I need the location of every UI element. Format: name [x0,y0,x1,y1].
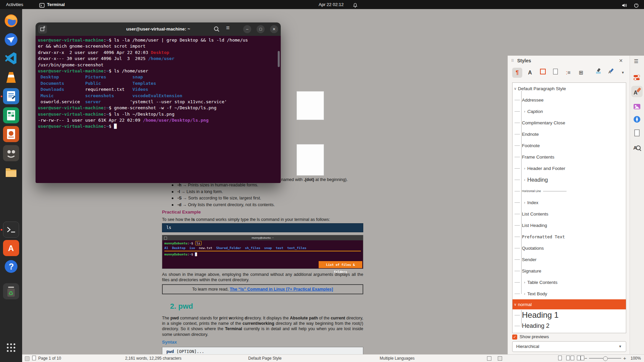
zoom-in-icon[interactable]: + [623,355,626,362]
terminal-scrollbar-thumb[interactable] [278,51,280,67]
close-panel-icon[interactable]: ✕ [619,58,623,63]
styles-list-item[interactable]: ›Text Body [513,288,626,299]
frame-styles-icon[interactable] [538,68,548,78]
zoom-level[interactable]: 100% [631,355,641,362]
terminal-titlebar[interactable]: user@user-virtual-machine: ~ ≡ – ▢ ✕ [36,22,281,36]
styles-list-item[interactable]: Sender [513,254,626,265]
minimize-button[interactable]: – [243,25,251,33]
styles-list-item[interactable]: ›Table Contents [513,277,626,288]
styles-list-item[interactable]: ›Heading [513,174,626,185]
libreoffice-writer-icon[interactable] [3,88,19,104]
close-button[interactable]: ✕ [270,25,278,33]
new-style-icon[interactable]: A [606,68,616,78]
styles-list-item[interactable]: List Contents [513,208,626,220]
zoom-out-icon[interactable]: − [584,355,587,362]
book-view-icon[interactable] [577,355,584,362]
terminal-icon[interactable] [3,222,19,238]
sidebar-settings-icon[interactable]: ☰ [634,58,638,64]
thunderbird-icon[interactable] [3,32,19,48]
language-status[interactable]: Multiple Languages [380,355,415,362]
menu-icon[interactable]: ≡ [226,24,230,32]
save-status-icon[interactable] [25,356,30,361]
libreoffice-calc-icon[interactable] [3,107,19,123]
styles-list-item[interactable]: Signature [513,265,626,277]
search-icon[interactable] [213,26,220,34]
single-page-view-icon[interactable] [558,355,562,362]
styles-list-item[interactable]: Endnote [513,128,626,140]
focused-app-name[interactable]: Terminal [47,0,65,9]
navigator-icon[interactable] [631,114,643,125]
styles-list-item[interactable]: Heading 2 [513,321,626,331]
list-styles-icon[interactable]: :≡ [563,68,573,78]
expand-chevron-icon[interactable]: ∨ [513,302,518,307]
styles-list-item[interactable]: ›Index [513,197,626,208]
gallery-icon[interactable] [631,101,643,112]
expand-chevron-icon[interactable]: › [522,292,527,296]
drag-handle-icon[interactable]: ⠿ [511,59,514,63]
styles-list-item[interactable]: Quotations [513,242,626,254]
styles-icon[interactable]: A [631,86,643,97]
page-icon[interactable] [631,127,643,139]
insert-mode-icon[interactable] [487,356,491,361]
character-styles-icon[interactable]: A [525,68,535,78]
styles-list-item[interactable]: Preformatted Text [513,231,626,242]
paragraph-styles-icon[interactable]: ¶ [512,68,522,78]
activities-button[interactable]: Activities [6,0,23,9]
expand-chevron-icon[interactable]: › [522,200,527,204]
styles-list-item[interactable]: Addressee [513,94,626,106]
gimp-icon[interactable] [3,145,19,161]
sidebar-tabstrip: ☰ A A [630,56,644,355]
styles-list-item[interactable]: Frame Contents [513,151,626,163]
show-previews-checkbox[interactable]: ✓ [512,335,517,340]
page-style-status[interactable]: Default Page Style [248,355,281,362]
chevron-down-icon[interactable]: ▼ [618,68,628,78]
terminal-window[interactable]: user@user-virtual-machine: ~ ≡ – ▢ ✕ use… [36,22,281,183]
styles-list-item[interactable]: Footnote [513,140,626,151]
expand-chevron-icon[interactable]: › [522,109,527,113]
speaker-icon[interactable] [622,2,627,7]
vscode-icon[interactable] [3,50,19,66]
doc-code-block-ls: ls [162,223,363,232]
style-name: List Heading [522,223,547,228]
ubuntu-software-icon[interactable]: A [3,240,19,256]
expand-chevron-icon[interactable]: › [522,280,527,284]
styles-list-item[interactable]: Heading 1 [513,309,626,321]
styles-list-item[interactable]: ∨Default Paragraph Style [513,83,626,94]
styles-list-item[interactable]: ›Caption [513,106,626,117]
fill-format-icon[interactable] [593,68,603,78]
firefox-icon[interactable] [3,13,19,29]
zoom-slider-knob[interactable] [603,356,608,361]
properties-icon[interactable] [631,71,643,83]
terminal-body[interactable]: user@user-virtual-machine:~$ ls -la /hom… [36,36,281,183]
expand-chevron-icon[interactable]: › [522,178,527,182]
styles-list-item[interactable]: ›Header and Footer [513,163,626,174]
clock[interactable]: Apr 22 02:12 [319,0,343,9]
page-styles-icon[interactable] [550,68,560,78]
style-name: Default Paragraph Style [518,86,566,91]
selection-mode-icon[interactable] [498,356,502,361]
word-count-status[interactable]: 2,161 words, 12,295 characters [125,355,181,362]
maximize-button[interactable]: ▢ [257,25,265,33]
bell-icon[interactable] [353,2,358,7]
page-number-status[interactable]: Page 1 of 10 [38,355,61,362]
libreoffice-impress-icon[interactable] [3,126,19,142]
vlc-icon[interactable] [3,69,19,85]
styles-list-item[interactable]: Horizontal Line [513,185,626,197]
styles-list-item[interactable]: Complimentary Close [513,117,626,128]
doc-learn-more-box[interactable]: To learn more read, The “ls” Command in … [162,284,363,294]
tree-dash [515,294,520,294]
style-inspector-icon[interactable]: A [631,141,643,153]
app-grid-icon[interactable] [3,340,19,356]
files-icon[interactable] [3,164,19,180]
style-filter-dropdown[interactable]: Hierarchical ▼ [512,341,626,352]
power-icon[interactable] [634,2,639,7]
table-styles-icon[interactable]: ⊞ [576,68,586,78]
help-icon[interactable]: ? [3,258,19,275]
trash-icon[interactable]: ♻ [3,283,19,299]
multi-page-view-icon[interactable] [566,355,574,362]
expand-chevron-icon[interactable]: › [522,166,527,170]
filter-value: Hierarchical [513,344,539,349]
expand-chevron-icon[interactable]: ∨ [513,86,518,91]
styles-list-item[interactable]: List Heading [513,220,626,231]
styles-list-item[interactable]: ∨normal [513,299,626,309]
